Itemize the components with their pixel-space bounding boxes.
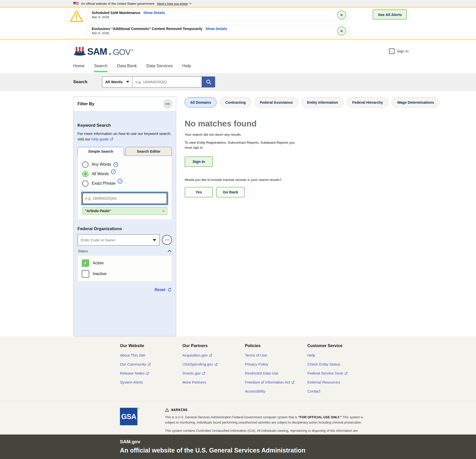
show-details-link[interactable]: Show Details: [205, 27, 227, 31]
chevron-up-icon: [168, 250, 171, 252]
pill-wage-determinations[interactable]: Wage Determinations: [392, 97, 440, 107]
alert-close-button[interactable]: ✕: [337, 10, 346, 19]
search-mode-value: All Words: [105, 80, 123, 84]
chevron-down-icon: [189, 3, 192, 4]
footer-link-label: System Alerts: [120, 380, 143, 384]
radio-any-words[interactable]: [82, 161, 88, 168]
radio-all-words[interactable]: [82, 171, 88, 177]
reset-label: Reset: [154, 288, 165, 292]
filter-panel-title: Filter By: [77, 101, 94, 106]
footer-link-more-partners[interactable]: More Partners: [182, 380, 245, 384]
nav-item-search[interactable]: Search: [94, 63, 107, 73]
info-icon[interactable]: i: [118, 179, 122, 184]
external-link-icon: [110, 137, 113, 141]
sign-in-arrow-glyph: ←: [390, 49, 394, 53]
footer-link-federal-service-desk[interactable]: Federal Service Desk: [307, 371, 370, 375]
help-guide-link[interactable]: help guide: [91, 136, 113, 142]
nav-item-data-bank[interactable]: Data Bank: [117, 63, 137, 73]
footer-link-label: Acquisition.gov: [182, 353, 208, 357]
warning-small-icon: [165, 408, 169, 412]
pill-entity-information[interactable]: Entity Information: [302, 97, 344, 107]
footer-link-label: Contact: [307, 389, 320, 393]
alert-card-exclusions: Exclusions “Additional Comments” Content…: [87, 25, 349, 37]
combo-caret-icon[interactable]: [153, 239, 156, 241]
sign-in-note: To view Entity Registrations, Subcontrac…: [185, 140, 300, 150]
footer-link-label: Federal Service Desk: [307, 371, 343, 375]
org-browse-button[interactable]: ⋯: [162, 235, 172, 245]
keyword-chip-label: "Arlindo Paulo": [85, 209, 111, 213]
nav-item-data-services[interactable]: Data Services: [146, 63, 173, 73]
pill-federal-assistance[interactable]: Federal Assistance: [254, 97, 298, 107]
status-section-toggle[interactable]: Status: [77, 249, 172, 253]
us-flag-icon: [73, 2, 79, 5]
chip-close-icon[interactable]: ×: [162, 209, 164, 213]
warning-paragraph-1: This is a U.S. General Services Administ…: [165, 415, 365, 425]
nav-item-help[interactable]: Help: [182, 63, 191, 73]
footer-link-privacy-policy[interactable]: Privacy Policy: [245, 362, 307, 366]
how-you-know-link[interactable]: Here’s how you know: [157, 2, 192, 5]
brand-sam-text: SAM: [87, 47, 107, 56]
footer-link-terms-of-use[interactable]: Terms of Use: [245, 353, 307, 357]
external-link-icon: [148, 363, 151, 366]
alert-title: Scheduled SAM Maintenance: [92, 11, 140, 15]
sam-gov-logo[interactable]: SAM ★ GOV ®: [73, 46, 133, 56]
footer-link-restricted-data-use[interactable]: Restricted Data Use: [245, 371, 307, 375]
footer-link-about-this-site[interactable]: About This Site: [120, 353, 182, 357]
footer-link-help[interactable]: Help: [307, 353, 370, 357]
footer-link-accessibility[interactable]: Accessibility: [245, 389, 307, 393]
footer-link-label: Terms of Use: [245, 353, 267, 357]
status-options-box: ✓ Active Inactive: [77, 255, 172, 282]
bottom-site-name: SAM.gov: [120, 439, 476, 445]
warning-p1-bold: "FOR OFFICIAL USE ONLY.": [298, 415, 342, 419]
footer-link-contact[interactable]: Contact: [307, 389, 370, 393]
info-icon[interactable]: i: [113, 162, 118, 167]
footer-link-check-entity-status[interactable]: Check Entity Status: [307, 362, 370, 366]
top-search-input[interactable]: [132, 76, 202, 87]
footer-link-acquisition-gov[interactable]: Acquisition.gov: [182, 353, 245, 357]
site-header: SAM ★ GOV ® ← Sign In: [0, 39, 476, 63]
sign-in-button[interactable]: Sign In: [185, 156, 213, 167]
nav-item-home[interactable]: Home: [73, 63, 84, 73]
warning-block: WARNING This is a U.S. General Services …: [165, 408, 365, 435]
warning-title: WARNING: [171, 408, 188, 412]
footer-link-our-community[interactable]: Our Community: [120, 362, 182, 366]
federal-org-input[interactable]: [77, 234, 159, 246]
external-link-icon: [345, 372, 348, 375]
results-subtitle: Your search did not return any results.: [185, 133, 440, 136]
footer-heading: Customer Service: [307, 343, 370, 348]
footer-col-policies: Policies Terms of Use Privacy Policy Res…: [245, 343, 307, 398]
footer-link-external-resources[interactable]: External Resources: [307, 380, 370, 384]
header-sign-in-link[interactable]: ← Sign In: [389, 48, 409, 54]
status-label: Status: [78, 249, 88, 253]
see-all-alerts-button[interactable]: See All Alerts: [373, 9, 407, 19]
pill-contracting[interactable]: Contracting: [220, 97, 251, 107]
footer-link-foia[interactable]: Freedom of Information Act: [245, 380, 307, 384]
yes-button[interactable]: Yes: [185, 187, 213, 197]
footer-link-system-alerts[interactable]: System Alerts: [120, 380, 182, 384]
sign-in-icon: ←: [389, 48, 395, 54]
collapse-filters-button[interactable]: [163, 99, 172, 109]
reset-filters-link[interactable]: Reset: [77, 288, 172, 292]
checkbox-active[interactable]: ✓: [82, 259, 89, 267]
pill-all-domains[interactable]: All Domains: [185, 97, 217, 107]
info-icon[interactable]: i: [111, 169, 116, 174]
show-details-link[interactable]: Show Details: [143, 11, 165, 15]
tab-search-editor[interactable]: Search Editor: [125, 147, 172, 156]
keyword-search-input[interactable]: [82, 193, 167, 204]
keyword-chip: "Arlindo Paulo" ×: [82, 207, 167, 215]
tab-simple-search[interactable]: Simple Search: [77, 147, 124, 156]
footer-col-our-website: Our Website About This Site Our Communit…: [120, 343, 182, 398]
footer-link-grants-gov[interactable]: Grants.gov: [182, 371, 245, 375]
search-submit-button[interactable]: [202, 76, 215, 87]
footer-link-label: Check Entity Status: [307, 362, 340, 366]
footer-link-release-notes[interactable]: Release Notes: [120, 371, 182, 375]
footer-link-label: Grants.gov: [182, 371, 201, 375]
footer-link-usaspending-gov[interactable]: USASpending.gov: [182, 362, 245, 366]
checkbox-inactive[interactable]: [82, 270, 89, 278]
pill-federal-hierarchy[interactable]: Federal Hierarchy: [347, 97, 389, 107]
go-back-button[interactable]: Go Back: [216, 187, 245, 197]
warning-triangle-icon: [69, 9, 83, 24]
alert-close-button[interactable]: ✕: [337, 26, 346, 35]
radio-exact-phrase[interactable]: [82, 180, 88, 187]
search-mode-select[interactable]: All Words: [102, 76, 132, 87]
